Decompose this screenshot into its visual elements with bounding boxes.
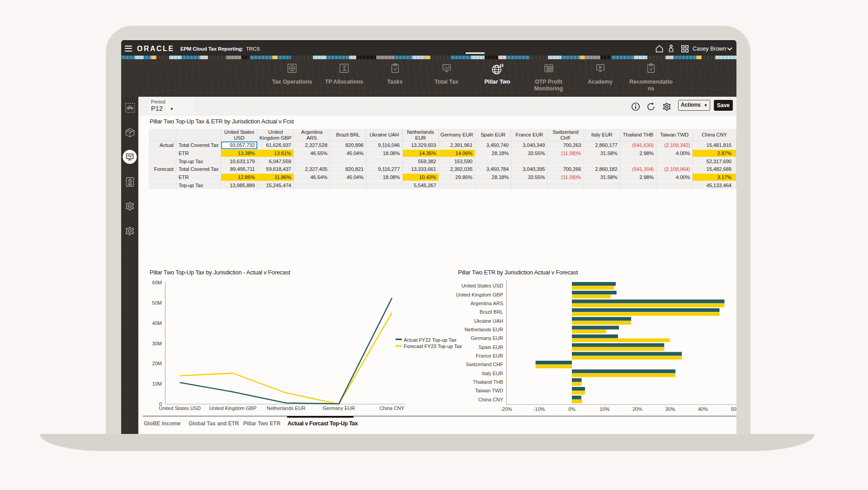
- svg-text:United States USD: United States USD: [159, 405, 201, 411]
- svg-text:Thailand THB: Thailand THB: [473, 379, 503, 385]
- svg-text:China CNY: China CNY: [379, 405, 405, 411]
- svg-text:France EUR: France EUR: [476, 353, 503, 358]
- svg-text:60M: 60M: [152, 280, 162, 285]
- svg-text:United Kingdom GBP: United Kingdom GBP: [209, 405, 257, 411]
- svg-text:30M: 30M: [152, 341, 162, 346]
- svg-text:-20%: -20%: [500, 406, 512, 412]
- svg-text:20M: 20M: [152, 361, 162, 366]
- svg-text:United Kingdom GBP: United Kingdom GBP: [456, 292, 503, 297]
- svg-text:50%: 50%: [731, 406, 736, 412]
- svg-text:Netherlands EUR: Netherlands EUR: [464, 327, 503, 332]
- svg-text:-10%: -10%: [533, 406, 545, 412]
- svg-text:10%: 10%: [599, 406, 609, 412]
- svg-text:Germany EUR: Germany EUR: [323, 405, 355, 411]
- svg-text:Brazil BRL: Brazil BRL: [480, 309, 503, 315]
- svg-text:0%: 0%: [568, 406, 576, 412]
- svg-text:Taiwan TWD: Taiwan TWD: [475, 388, 503, 393]
- svg-text:United States USD: United States USD: [462, 283, 503, 288]
- svg-text:50M: 50M: [152, 300, 162, 306]
- svg-text:20%: 20%: [632, 406, 642, 412]
- svg-text:10M: 10M: [152, 381, 162, 386]
- svg-text:Argentina ARS: Argentina ARS: [471, 301, 503, 306]
- svg-text:Switzerland CHF: Switzerland CHF: [466, 362, 503, 367]
- svg-text:Germany EUR: Germany EUR: [471, 335, 503, 341]
- svg-text:30%: 30%: [665, 406, 675, 412]
- svg-text:Italy EUR: Italy EUR: [482, 371, 504, 376]
- svg-text:Spain EUR: Spain EUR: [479, 344, 503, 350]
- svg-text:Netherlands EUR: Netherlands EUR: [267, 405, 306, 411]
- svg-text:Ukraine UAH: Ukraine UAH: [474, 318, 503, 324]
- svg-text:Actual FY22 Top-up Tax: Actual FY22 Top-up Tax: [404, 337, 457, 343]
- svg-text:China CNY: China CNY: [478, 397, 504, 402]
- svg-text:40M: 40M: [152, 320, 162, 326]
- svg-text:40%: 40%: [698, 406, 708, 412]
